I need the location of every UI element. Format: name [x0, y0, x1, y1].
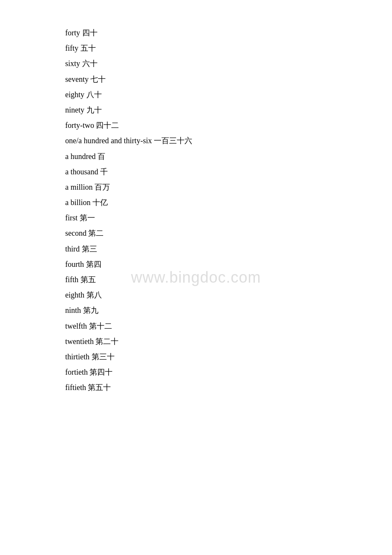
- english-word: fiftieth: [65, 383, 88, 392]
- english-word: eighty: [65, 90, 86, 99]
- list-item: eighth 第八: [65, 288, 327, 302]
- list-item: forty 四十: [65, 26, 327, 40]
- english-word: ninth: [65, 306, 83, 315]
- list-item: fifty 五十: [65, 41, 327, 55]
- english-word: fourth: [65, 260, 86, 269]
- chinese-translation: 百: [98, 152, 105, 161]
- list-item: third 第三: [65, 242, 327, 256]
- chinese-translation: 第八: [86, 291, 102, 299]
- english-word: forty-two: [65, 121, 96, 130]
- english-word: first: [65, 214, 80, 222]
- english-word: eighth: [65, 291, 86, 299]
- chinese-translation: 第九: [83, 306, 98, 315]
- chinese-translation: 五十: [81, 44, 96, 52]
- list-item: a billion 十亿: [65, 195, 327, 210]
- list-item: forty-two 四十二: [65, 118, 327, 133]
- list-item: eighty 八十: [65, 87, 327, 102]
- english-word: one/a hundred and thirty-six: [65, 136, 154, 145]
- chinese-translation: 八十: [86, 90, 102, 99]
- chinese-translation: 百万: [95, 183, 110, 191]
- english-word: thirtieth: [65, 353, 92, 361]
- english-word: fifty: [65, 44, 81, 52]
- main-content: forty 四十fifty 五十sixty 六十seventy 七十eighty…: [0, 0, 392, 422]
- english-word: a billion: [65, 198, 92, 207]
- list-item: fifth 第五: [65, 272, 327, 287]
- english-word: twelfth: [65, 322, 89, 330]
- chinese-translation: 七十: [90, 75, 106, 84]
- chinese-translation: 一百三十六: [154, 136, 192, 145]
- chinese-translation: 六十: [82, 59, 98, 68]
- list-item: second 第二: [65, 226, 327, 240]
- chinese-translation: 第一: [80, 214, 95, 222]
- list-item: thirtieth 第三十: [65, 350, 327, 364]
- english-word: fortieth: [65, 368, 89, 376]
- english-word: seventy: [65, 75, 90, 84]
- list-item: fourth 第四: [65, 257, 327, 272]
- list-item: first 第一: [65, 211, 327, 225]
- chinese-translation: 第三: [82, 245, 97, 253]
- list-item: ninth 第九: [65, 303, 327, 318]
- list-item: twentieth 第二十: [65, 334, 327, 349]
- list-item: twelfth 第十二: [65, 319, 327, 333]
- list-item: ninety 九十: [65, 103, 327, 117]
- english-word: third: [65, 245, 82, 253]
- english-word: a thousand: [65, 168, 100, 176]
- english-word: twentieth: [65, 337, 95, 346]
- list-item: a million 百万: [65, 180, 327, 194]
- list-item: sixty 六十: [65, 56, 327, 71]
- list-item: fortieth 第四十: [65, 365, 327, 379]
- chinese-translation: 第二十: [95, 337, 118, 346]
- chinese-translation: 九十: [86, 106, 102, 114]
- chinese-translation: 四十二: [96, 121, 119, 130]
- chinese-translation: 第四: [86, 260, 101, 269]
- chinese-translation: 第三十: [92, 353, 115, 361]
- list-item: fiftieth 第五十: [65, 380, 327, 395]
- chinese-translation: 第五: [81, 275, 96, 284]
- english-word: second: [65, 229, 88, 237]
- english-word: ninety: [65, 106, 86, 114]
- english-word: forty: [65, 29, 82, 37]
- english-word: fifth: [65, 275, 81, 284]
- chinese-translation: 第十二: [89, 322, 112, 330]
- english-word: sixty: [65, 59, 82, 68]
- chinese-translation: 十亿: [92, 198, 108, 207]
- list-item: a hundred 百: [65, 149, 327, 164]
- chinese-translation: 千: [100, 168, 108, 176]
- chinese-translation: 第二: [88, 229, 104, 237]
- list-item: seventy 七十: [65, 72, 327, 87]
- chinese-translation: 第四十: [89, 368, 112, 376]
- chinese-translation: 四十: [82, 29, 98, 37]
- chinese-translation: 第五十: [88, 383, 111, 392]
- english-word: a million: [65, 183, 95, 191]
- list-item: one/a hundred and thirty-six 一百三十六: [65, 133, 327, 148]
- english-word: a hundred: [65, 152, 98, 161]
- list-item: a thousand 千: [65, 165, 327, 179]
